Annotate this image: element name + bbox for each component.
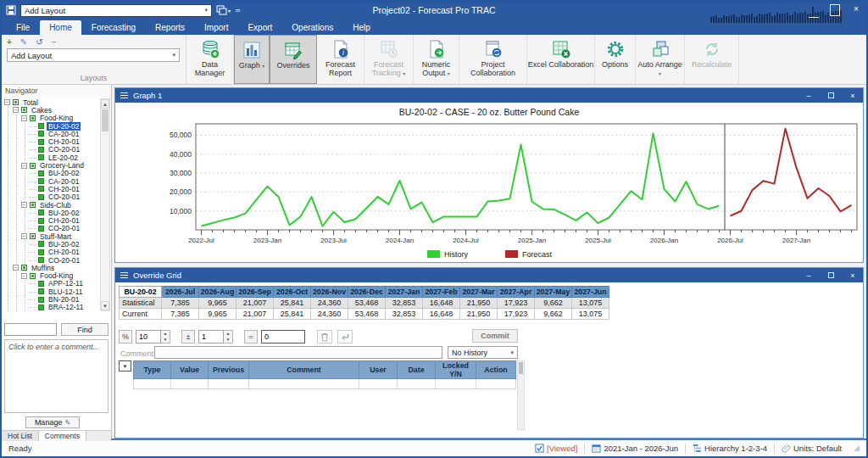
window-menu-icon[interactable] [120, 92, 128, 99]
collapse-icon[interactable]: − [21, 163, 27, 169]
equals-button[interactable]: = [244, 330, 258, 344]
tab-export[interactable]: Export [238, 20, 281, 35]
tree-item-ch-20-01[interactable]: CH-20-01 [4, 185, 98, 193]
ribbon-button-overrides[interactable]: Overrides [270, 35, 317, 84]
window-menu-icon[interactable] [120, 272, 128, 279]
layout-combobox[interactable]: Add Layout ▾ [7, 48, 180, 62]
grid-cell[interactable]: 9,662 [535, 309, 572, 320]
grid-cell[interactable]: 32,853 [386, 298, 423, 309]
tab-home[interactable]: Home [40, 20, 81, 35]
grid-cell[interactable]: 25,841 [274, 309, 311, 320]
quick-layout-combobox[interactable]: Add Layout ▾ [20, 4, 212, 17]
collapse-icon[interactable]: − [21, 115, 27, 121]
maximize-button[interactable] [830, 3, 840, 14]
override-comment-input[interactable] [154, 346, 442, 359]
save-icon[interactable] [6, 5, 16, 15]
increment-stepper[interactable]: ▲▼ [224, 330, 233, 344]
nav-tab-comments[interactable]: Comments [39, 431, 86, 441]
tree-item-ca-20-01[interactable]: CA-20-01 [4, 130, 98, 137]
percent-stepper[interactable]: ▲▼ [161, 330, 170, 344]
close-button[interactable]: × [848, 88, 858, 103]
tree-item-ca-20-01[interactable]: CA-20-01 [4, 177, 98, 185]
maximize-button[interactable] [826, 88, 836, 103]
scroll-down-icon[interactable]: ▼ [101, 301, 109, 310]
grid-cell[interactable]: 16,648 [423, 309, 460, 320]
collapse-icon[interactable]: − [4, 99, 10, 105]
ribbon-button-forecast-report[interactable]: iForecast Report [317, 35, 364, 84]
tree-item-sids-club[interactable]: −Sids-Club [4, 201, 98, 209]
ribbon-button-graph[interactable]: Graph ▾ [234, 35, 270, 84]
grid-cell[interactable]: 53,468 [348, 298, 386, 309]
close-button[interactable]: × [848, 268, 858, 282]
increment-input[interactable] [198, 330, 224, 344]
manage-button[interactable]: Manage ✎ [25, 416, 80, 428]
trash-icon[interactable] [317, 330, 332, 344]
tree-item-ch-20-01[interactable]: CH-20-01 [4, 216, 98, 224]
units-status[interactable]: Units: Default [782, 444, 842, 453]
scroll-up-icon[interactable]: ▲ [101, 99, 109, 109]
tree-item-co-20-01[interactable]: CO-20-01 [4, 225, 98, 232]
date-range-status[interactable]: 2021-Jan - 2026-Jun [592, 444, 678, 453]
history-filter-select[interactable]: No History ▾ [448, 346, 518, 359]
tree-item-bu-20-02[interactable]: BU-20-02 [4, 170, 98, 177]
scroll-thumb[interactable] [102, 109, 108, 131]
maximize-button[interactable] [826, 268, 836, 282]
tree-item-co-20-01[interactable]: CO-20-01 [4, 256, 98, 264]
grid-cell[interactable]: 21,007 [236, 298, 274, 309]
tree-item-le-20-02[interactable]: LE-20-02 [4, 154, 98, 161]
minimize-button[interactable]: – [804, 268, 814, 282]
tab-forecasting[interactable]: Forecasting [82, 20, 145, 35]
ribbon-button-excel-collaboration[interactable]: Excel Collaboration [527, 35, 595, 84]
tree-item-stuff-mart[interactable]: −Stuff-Mart [4, 232, 98, 240]
collapse-icon[interactable]: − [13, 107, 19, 113]
grid-cell[interactable]: 24,360 [311, 298, 348, 309]
ribbon-button-auto-arrange[interactable]: Auto Arrange ▾ [636, 35, 685, 84]
hierarchy-status[interactable]: Hierarchy 1-2-3-4 [693, 444, 767, 453]
qa-customize-icon[interactable]: ≂ [235, 7, 240, 14]
grid-cell[interactable]: 13,075 [572, 298, 609, 309]
tree-item-bu-20-02[interactable]: BU-20-02 [4, 240, 98, 248]
find-button[interactable]: Find [61, 323, 108, 336]
filter-icon[interactable]: ▼ [119, 360, 131, 371]
grid-cell[interactable]: 16,648 [423, 298, 460, 309]
tab-operations[interactable]: Operations [282, 20, 342, 35]
ribbon-button-project-collaboration[interactable]: Project Collaboration [459, 35, 527, 84]
edit-layout-icon[interactable]: ✎ [20, 37, 27, 47]
tree-item-app-12-11[interactable]: APP-12-11 [4, 280, 98, 288]
enter-icon[interactable] [337, 330, 353, 344]
grid-cell[interactable]: 9,662 [535, 298, 572, 309]
find-input[interactable] [4, 323, 57, 336]
set-value-input[interactable] [261, 330, 305, 344]
tree-item-total[interactable]: −Total [4, 98, 98, 106]
grid-cell[interactable]: 32,853 [386, 309, 423, 320]
remove-layout-icon[interactable]: − [52, 37, 57, 47]
grid-cell[interactable]: 53,468 [348, 309, 386, 320]
layout-windows-icon[interactable]: ▾ [216, 5, 231, 15]
tree-item-bu-20-02[interactable]: BU-20-02 [4, 122, 98, 130]
collapse-icon[interactable]: − [13, 265, 19, 271]
tree-item-ch-20-01[interactable]: CH-20-01 [4, 137, 98, 145]
tree-item-bra-12-11[interactable]: BRA-12-11 [4, 304, 98, 311]
tree-scrollbar[interactable]: ▲ ▼ [100, 98, 110, 311]
tree-item-co-20-01[interactable]: CO-20-01 [4, 193, 98, 201]
tab-help[interactable]: Help [343, 20, 380, 35]
tree-item-bn-20-01[interactable]: BN-20-01 [4, 295, 98, 303]
tree-item-ch-20-01[interactable]: CH-20-01 [4, 249, 98, 256]
grid-cell[interactable]: 21,950 [460, 298, 498, 309]
tree-item-bu-20-02[interactable]: BU-20-02 [4, 209, 98, 216]
undo-layout-icon[interactable]: ↺ [36, 37, 42, 47]
tab-reports[interactable]: Reports [146, 20, 194, 35]
ribbon-button-numeric-output[interactable]: Numeric Output ▾ [414, 35, 459, 84]
tab-import[interactable]: Import [195, 20, 237, 35]
grid-cell[interactable]: 21,007 [236, 309, 274, 320]
tree-item-cakes[interactable]: −Cakes [4, 106, 98, 114]
grid-cell[interactable]: 17,923 [498, 298, 535, 309]
collapse-icon[interactable]: − [21, 202, 27, 208]
tree-item-blu-12-11[interactable]: BLU-12-11 [4, 288, 98, 295]
close-button[interactable]: × [851, 3, 861, 14]
grid-cell[interactable]: 7,385 [162, 298, 199, 309]
collapse-icon[interactable]: − [21, 273, 27, 279]
grid-cell[interactable]: 25,841 [274, 298, 311, 309]
nav-tab-hot-list[interactable]: Hot List [2, 431, 39, 441]
grid-cell[interactable]: 21,950 [460, 309, 498, 320]
